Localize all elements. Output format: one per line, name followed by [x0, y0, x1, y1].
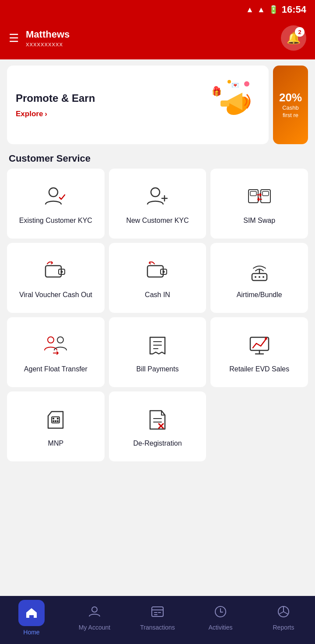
- airtime-icon: [248, 258, 271, 284]
- sim-swap-card[interactable]: SIM Swap: [210, 169, 308, 239]
- new-customer-kyc-card[interactable]: New Customer KYC: [109, 169, 206, 239]
- cash-in-label: Cash IN: [145, 291, 170, 300]
- de-registration-card[interactable]: De-Registration: [109, 391, 206, 461]
- airtime-label: Airtime/Bundle: [237, 291, 282, 300]
- new-kyc-label: New Customer KYC: [126, 216, 189, 225]
- svg-text:🎁: 🎁: [212, 87, 222, 97]
- svg-point-28: [57, 337, 63, 343]
- viral-voucher-icon: [44, 258, 67, 284]
- banner-container: Promote & Earn Explore › 🎁 💌: [0, 59, 315, 144]
- activities-icon: [214, 605, 227, 621]
- sim-swap-label: SIM Swap: [243, 216, 275, 225]
- services-grid: Existing Customer KYC New Customer KYC: [0, 169, 315, 461]
- nav-activities[interactable]: Activities: [199, 605, 242, 631]
- username: Matthews: [26, 29, 70, 40]
- svg-point-4: [228, 80, 231, 83]
- cashback-description: Cashbfirst re: [282, 104, 299, 119]
- agent-float-card[interactable]: Agent Float Transfer: [7, 317, 105, 387]
- svg-rect-36: [52, 418, 54, 419]
- retailer-evd-icon: [248, 332, 271, 359]
- battery-icon: 🔋: [269, 5, 278, 14]
- nav-my-account-label: My Account: [79, 624, 110, 631]
- svg-point-21: [162, 270, 164, 273]
- status-time: 16:54: [282, 4, 306, 15]
- svg-rect-38: [52, 420, 54, 422]
- mnp-label: MNP: [48, 439, 64, 448]
- menu-icon[interactable]: ☰: [9, 31, 19, 45]
- svg-point-9: [151, 188, 160, 197]
- section-title: Customer Service: [0, 144, 315, 169]
- nav-my-account[interactable]: My Account: [73, 605, 116, 631]
- nav-transactions-label: Transactions: [140, 624, 175, 631]
- de-registration-icon: [146, 407, 169, 433]
- svg-point-25: [259, 276, 260, 278]
- bottom-navigation: Home My Account Transactions: [0, 596, 315, 644]
- app-header: ☰ Matthews xxxxxxxxxx 🔔 2: [0, 19, 315, 59]
- promo-banner[interactable]: Promote & Earn Explore › 🎁 💌: [7, 66, 269, 144]
- svg-rect-2: [220, 100, 229, 107]
- viral-voucher-card[interactable]: Viral Voucher Cash Out: [7, 243, 105, 313]
- cashback-percent: 20%: [279, 91, 302, 104]
- sim-swap-icon: [248, 184, 271, 210]
- viral-voucher-label: Viral Voucher Cash Out: [19, 291, 92, 300]
- svg-rect-46: [152, 607, 163, 616]
- mnp-icon: [44, 407, 67, 433]
- svg-point-45: [92, 607, 97, 612]
- svg-rect-40: [55, 420, 56, 422]
- nav-transactions[interactable]: Transactions: [136, 605, 179, 631]
- cash-in-icon: [146, 258, 169, 284]
- home-icon-bg: [18, 600, 45, 626]
- agent-float-label: Agent Float Transfer: [24, 365, 88, 374]
- svg-point-8: [49, 188, 58, 197]
- bill-payments-icon: [146, 332, 169, 359]
- banner-emoji: 🎁 💌: [207, 75, 260, 135]
- account-number: xxxxxxxxxx: [26, 40, 70, 48]
- airtime-bundle-card[interactable]: Airtime/Bundle: [210, 243, 308, 313]
- svg-point-5: [244, 81, 249, 87]
- svg-point-24: [255, 276, 256, 278]
- nav-activities-label: Activities: [208, 624, 232, 631]
- wifi-icon: ▲: [246, 5, 254, 14]
- existing-customer-kyc-card[interactable]: Existing Customer KYC: [7, 169, 105, 239]
- nav-reports-label: Reports: [273, 624, 294, 631]
- my-account-icon: [88, 605, 101, 621]
- retailer-evd-card[interactable]: Retailer EVD Sales: [210, 317, 308, 387]
- svg-rect-13: [250, 191, 256, 196]
- cash-in-card[interactable]: Cash IN: [109, 243, 206, 313]
- nav-reports[interactable]: Reports: [262, 605, 305, 631]
- status-bar: ▲ ▲ 🔋 16:54: [0, 0, 315, 19]
- existing-kyc-label: Existing Customer KYC: [19, 216, 92, 225]
- retailer-evd-label: Retailer EVD Sales: [229, 365, 289, 374]
- explore-link[interactable]: Explore ›: [16, 110, 95, 118]
- svg-point-18: [61, 270, 63, 273]
- bill-payments-label: Bill Payments: [136, 365, 179, 374]
- new-kyc-icon: [146, 184, 169, 210]
- cashback-banner[interactable]: 20% Cashbfirst re: [273, 66, 308, 144]
- svg-point-26: [262, 276, 264, 278]
- svg-text:💌: 💌: [231, 82, 239, 89]
- svg-rect-39: [57, 420, 59, 422]
- existing-kyc-icon: [44, 184, 67, 210]
- svg-point-27: [48, 337, 54, 343]
- de-registration-label: De-Registration: [133, 439, 182, 448]
- nav-home[interactable]: Home: [10, 600, 53, 636]
- svg-rect-37: [57, 418, 59, 419]
- notification-button[interactable]: 🔔 2: [281, 25, 306, 51]
- svg-rect-15: [262, 191, 269, 196]
- nav-home-label: Home: [23, 629, 39, 636]
- banner-title: Promote & Earn: [16, 91, 95, 105]
- transactions-icon: [151, 605, 164, 621]
- agent-float-icon: [44, 332, 67, 359]
- reports-icon: [277, 605, 290, 621]
- bill-payments-card[interactable]: Bill Payments: [109, 317, 206, 387]
- signal-icon: ▲: [257, 5, 265, 14]
- notification-badge: 2: [295, 27, 304, 37]
- mnp-card[interactable]: MNP: [7, 391, 105, 461]
